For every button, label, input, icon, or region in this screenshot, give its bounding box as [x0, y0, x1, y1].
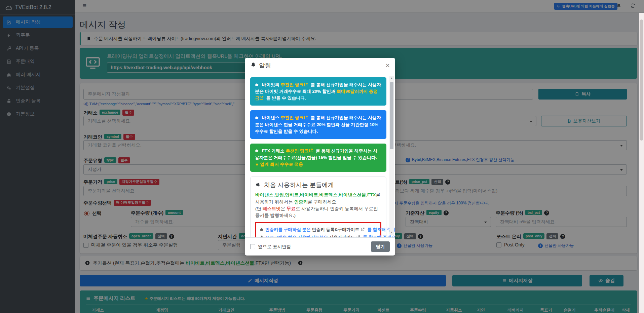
dismiss-label: 앞으로 표시안함 [258, 244, 291, 250]
text-segment: 바이빗의 [262, 82, 281, 87]
thumbs-up-icon [260, 227, 264, 232]
external-link-icon[interactable] [304, 115, 308, 120]
thumbs-up-icon [255, 148, 259, 153]
intro-paragraph: 바이낸스,빗썸,업비트,바이비트,비트멕스,바이낸스선물,FTX를 사용하기 위… [255, 192, 381, 205]
text-segment: 인증키 [294, 199, 308, 204]
promo-alert-2: FTX 거래소 추천인 링크 를 통해 신규가입을 해주시는 사용자분은 거래수… [250, 144, 386, 172]
text-segment: 업계 최저 수수료 적용 [260, 162, 303, 167]
close-button[interactable]: 닫기 [371, 241, 390, 252]
text-link[interactable]: 추천인 링크 [280, 115, 304, 120]
thumbs-up-icon [260, 235, 264, 237]
thumbs-up-icon [255, 115, 259, 120]
thumbs-up-icon [255, 82, 259, 87]
guide-link-box: 인증키를 구매하실 분은 인증키 등록&구매가이드 를 참조해 주세요.프로그램… [255, 222, 381, 237]
bell-icon [250, 62, 256, 69]
page-scrollbar-thumb[interactable] [640, 19, 643, 141]
text-link[interactable]: 프로그램을 처음 사용하시는분은 [265, 235, 328, 237]
text-link[interactable]: 추천인 링크 [286, 148, 309, 153]
scrollbar-thumb[interactable] [390, 82, 393, 149]
notification-modal: 알림 × 바이빗의 추천인 링크 를 통해 신규가입을 해주시는 사용자분은 바… [245, 58, 395, 256]
intro-title: 처음 사용하시는 분들에게 [255, 181, 381, 189]
guide-line: 프로그램을 처음 사용하시는분은 사용자가이드 를 참조해 주세요. [260, 234, 377, 237]
external-link-icon[interactable] [361, 227, 365, 232]
dismiss-row: 앞으로 표시안함 [250, 244, 291, 250]
scroll-up-icon[interactable]: ▲ [389, 77, 394, 80]
external-link-icon[interactable] [356, 235, 361, 237]
modal-title: 알림 [250, 62, 271, 70]
modal-footer: 앞으로 표시안함 닫기 [245, 237, 395, 256]
modal-body: 바이빗의 추천인 링크 를 통해 신규가입을 해주시는 사용자분은 바이빗 거래… [245, 73, 395, 237]
promo-alert-0: 바이빗의 추천인 링크 를 통해 신규가입을 해주시는 사용자분은 바이빗 거래… [250, 77, 386, 106]
promo-alert-1: 바이낸스 추천인 링크 를 통해 신규가입을 해주시는 사용자분은 바이낸스 현… [250, 110, 386, 139]
intro-card: 처음 사용하시는 분들에게 바이낸스,빗썸,업비트,바이비트,비트멕스,바이낸스… [250, 177, 386, 237]
modal-close-icon[interactable]: × [385, 62, 390, 69]
page-scrollbar[interactable] [639, 13, 644, 313]
text-segment: (단 [255, 206, 263, 211]
text-segment: 테스트넷 [263, 206, 281, 211]
text-segment: 사용자가이드 [328, 235, 356, 237]
text-link[interactable]: 를 참조해 주세요. [362, 235, 395, 237]
scroll-down-icon[interactable]: ▼ [389, 231, 394, 234]
modal-header: 알림 × [245, 58, 395, 73]
guide-line: 인증키를 구매하실 분은 인증키 등록&구매가이드 를 참조해 주세요. [260, 226, 377, 234]
external-link-icon[interactable] [309, 148, 313, 153]
text-segment: 바이낸스,빗썸,업비트,바이비트,비트멕스,바이낸스선물,FTX [255, 192, 376, 197]
app-root: ≡ 웹훅URL에 의한 자동매매 실행중 TVExtBot 2.8.2 메시지 … [0, 0, 644, 313]
text-segment: 를 구매하세요. [308, 199, 338, 204]
dismiss-checkbox[interactable] [250, 244, 255, 249]
text-link[interactable]: 추천인 링크 [280, 82, 304, 87]
text-segment: 바이낸스 [262, 115, 281, 120]
intro-paragraph: (단 테스트넷은 무료로 사용가능하니 인증키 등록에서 무료인증키를 발행하세… [255, 205, 381, 219]
external-link-icon[interactable] [304, 82, 308, 87]
text-link[interactable]: 인증키를 구매하실 분은 [265, 227, 311, 232]
text-segment: 은 [281, 206, 287, 211]
modal-scrollbar[interactable]: ▲ ▼ [389, 76, 394, 235]
text-segment: ★ [255, 162, 260, 167]
megaphone-icon [255, 182, 261, 189]
text-segment: 인증키 등록&구매가이드 [311, 227, 361, 232]
external-link-icon[interactable] [259, 95, 264, 101]
text-segment: FTX 거래소 [262, 148, 286, 153]
text-segment: 무료 [287, 206, 296, 211]
text-segment: 을 받을 수 있습니다. [265, 95, 306, 101]
